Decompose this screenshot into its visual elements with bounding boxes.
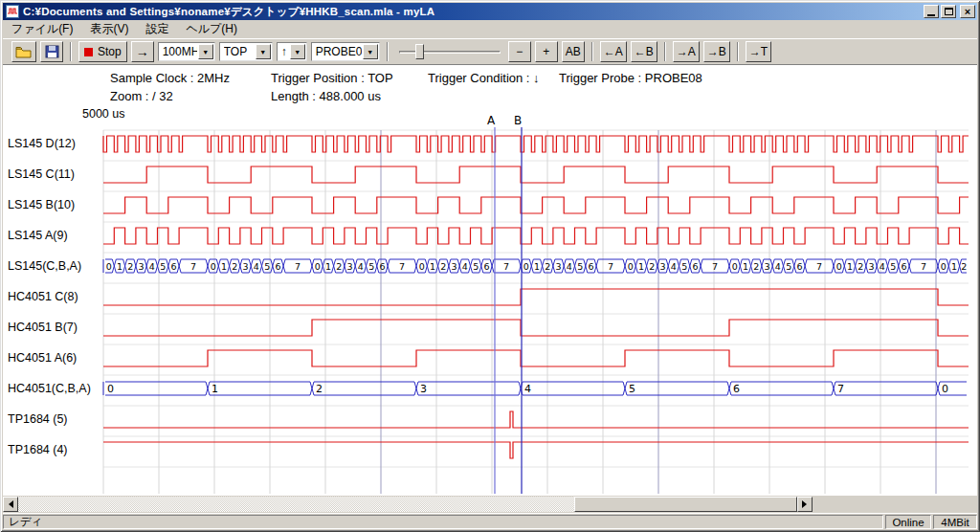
scrollbar-thumb[interactable] [574,497,797,512]
chevron-down-icon[interactable]: ▼ [290,44,305,59]
run-arrow-icon: → [136,44,149,59]
right-arrow-icon [802,500,811,508]
toolbar-separator [737,42,739,61]
scroll-right-button[interactable] [797,497,813,512]
trigger-probe-select[interactable]: PROBE00 ▼ [311,42,380,61]
title-bar[interactable]: C:¥Documents and Settings¥noname¥デスクトップ¥… [3,3,977,20]
status-bar: レディ Online 4MBit [3,513,977,529]
maximize-icon [945,8,953,15]
length-info: Length : 488.000 us [271,89,381,103]
scroll-strip [3,496,977,513]
floppy-icon [45,45,59,58]
trigger-position-info: Trigger Position : TOP [271,71,393,85]
ab-range-button[interactable]: AB [562,41,585,62]
minimize-icon [927,14,935,16]
trigger-position-value: TOP [224,45,255,58]
timescale-label: 5000 us [82,107,124,121]
close-button[interactable]: × [960,5,975,18]
app-window: C:¥Documents and Settings¥noname¥デスクトップ¥… [0,0,980,532]
chevron-down-icon[interactable]: ▼ [363,44,378,59]
zoom-in-button[interactable]: + [535,41,558,62]
channel-label: LS145 A(9) [8,229,68,244]
zoom-slider-track[interactable] [399,51,501,54]
status-ready-panel: レディ [3,515,883,529]
stop-button[interactable]: Stop [78,41,127,62]
menu-help[interactable]: ヘルプ(H) [177,19,246,39]
next-cursor-b-button[interactable]: →B [703,41,730,62]
scrollbar-track[interactable] [18,497,797,512]
sample-clock-value: 100MHz [163,45,197,58]
open-folder-icon [15,46,33,58]
prev-cursor-a-button[interactable]: ←A [600,41,627,62]
window-title: C:¥Documents and Settings¥noname¥デスクトップ¥… [23,5,924,19]
channel-label: LS145 D(12) [8,137,76,152]
menu-settings[interactable]: 設定 [137,19,177,39]
trigger-condition-info: Trigger Condition : ↓ [428,71,540,85]
status-online-panel: Online [885,515,931,529]
menu-view[interactable]: 表示(V) [81,19,137,39]
open-button[interactable] [11,41,36,62]
goto-trigger-button[interactable]: →T [746,41,771,62]
toolbar-separator [70,42,72,61]
sample-clock-info: Sample Clock : 2MHz [110,71,230,85]
channel-label: HC4051 A(6) [8,351,77,366]
app-icon [6,5,19,18]
channel-label: HC4051(C,B,A) [8,382,91,397]
trigger-edge-value: ↑ [281,45,289,58]
toolbar: Stop → 100MHz ▼ TOP ▼ ↑ ▼ PROBE00 ▼ − + … [3,38,977,65]
toolbar-separator [591,42,593,61]
chevron-down-icon[interactable]: ▼ [198,44,213,59]
maximize-button[interactable] [941,5,956,18]
next-cursor-a-button[interactable]: →A [673,41,700,62]
menu-file[interactable]: ファイル(F) [3,19,81,39]
scroll-left-button[interactable] [3,497,18,512]
trigger-probe-info: Trigger Probe : PROBE08 [559,71,702,85]
toolbar-separator [664,42,666,61]
menu-bar: ファイル(F) 表示(V) 設定 ヘルプ(H) [3,20,977,38]
minimize-button[interactable] [924,5,939,18]
left-arrow-icon [5,500,13,508]
zoom-slider[interactable] [399,41,501,62]
run-button[interactable]: → [131,41,154,62]
prev-cursor-b-button[interactable]: ←B [631,41,657,62]
toolbar-separator [387,42,389,61]
channel-label: TP1684 (4) [8,443,68,458]
channel-label: HC4051 C(8) [8,290,78,305]
waveform-client-area[interactable] [3,65,977,496]
trigger-position-select[interactable]: TOP ▼ [219,42,273,61]
channel-label: HC4051 B(7) [8,321,78,336]
status-memory-panel: 4MBit [933,515,977,529]
save-button[interactable] [40,41,63,62]
channel-label: LS145 B(10) [8,198,75,213]
sample-clock-select[interactable]: 100MHz ▼ [158,42,215,61]
horizontal-scrollbar[interactable] [3,497,813,512]
zoom-slider-thumb[interactable] [415,44,424,59]
stop-label: Stop [98,45,122,58]
zoom-out-button[interactable]: − [508,41,531,62]
stop-icon [84,48,93,56]
window-controls: × [924,5,975,18]
zoom-info: Zoom : / 32 [110,89,173,103]
trigger-probe-value: PROBE00 [316,45,362,58]
channel-label: LS145 C(11) [8,167,75,183]
chevron-down-icon[interactable]: ▼ [256,44,271,59]
channel-label: LS145(C,B,A) [8,259,81,275]
channel-label: TP1684 (5) [8,412,68,428]
trigger-edge-select[interactable]: ↑ ▼ [277,42,307,61]
